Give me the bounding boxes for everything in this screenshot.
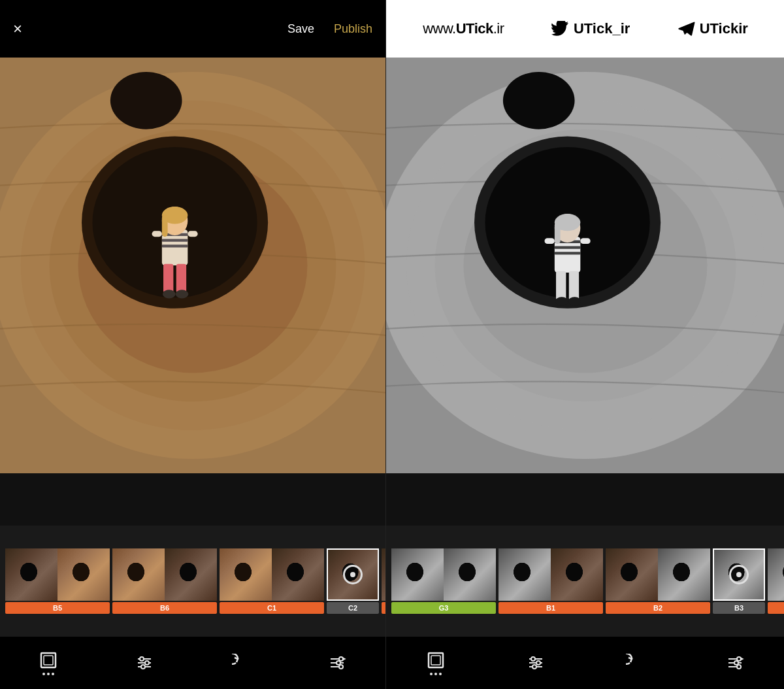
bottom-dark-spacer — [0, 473, 385, 526]
frame-dots — [42, 673, 54, 675]
watermark-telegram: UTickir — [678, 20, 748, 37]
twitter-handle: UTick_ir — [574, 20, 630, 37]
publish-button[interactable]: Publish — [334, 22, 372, 36]
filter-item-c2[interactable]: C2 — [327, 548, 379, 614]
filter-label-b5: B5 — [5, 602, 110, 614]
svg-point-64 — [532, 665, 536, 669]
bottom-toolbar-left — [0, 637, 385, 689]
filter-item-b6[interactable]: B6 — [112, 548, 217, 614]
history-icon[interactable] — [232, 654, 250, 672]
filter-label-c3: C3 — [382, 602, 385, 614]
svg-point-60 — [531, 657, 535, 661]
filter-thumb-b2 — [606, 548, 710, 601]
svg-rect-46 — [555, 246, 580, 248]
main-image-bw — [386, 58, 784, 473]
close-button[interactable]: × — [13, 21, 22, 37]
frame-dots-right — [430, 673, 442, 675]
main-image-color — [0, 58, 385, 473]
filter-selected-icon-bw — [729, 565, 749, 584]
filter-label-c2: C2 — [327, 602, 379, 614]
watermark-bar: www.UTick.ir UTick_ir UTickir — [386, 0, 784, 58]
filter-item-c1[interactable]: C1 — [220, 548, 324, 614]
svg-point-29 — [141, 665, 145, 669]
filter-thumb-b4 — [768, 548, 784, 601]
svg-rect-21 — [0, 58, 385, 473]
bottom-dark-spacer-right — [386, 473, 784, 526]
filter-thumb-c1 — [220, 548, 324, 601]
svg-point-35 — [339, 665, 343, 669]
svg-rect-54 — [580, 238, 590, 244]
filter-thumb-c3 — [382, 548, 385, 601]
svg-point-69 — [734, 661, 738, 665]
filter-item-b2[interactable]: B2 — [606, 548, 710, 614]
filter-label-b4: B4 — [768, 602, 784, 614]
watermark-site: www.UTick.ir — [423, 20, 504, 37]
svg-rect-53 — [544, 238, 554, 244]
svg-point-56 — [568, 297, 581, 305]
history-icon-right[interactable] — [626, 654, 644, 672]
filter-strip-right: G3 B1 B2 B3 — [386, 526, 784, 637]
telegram-handle: UTickir — [700, 20, 748, 37]
filter-selected-icon — [343, 565, 363, 584]
svg-rect-23 — [44, 656, 53, 665]
svg-point-27 — [145, 661, 149, 665]
left-panel: × Save Publish — [0, 0, 385, 689]
top-bar: × Save Publish — [0, 0, 385, 58]
filter-label-b2: B2 — [606, 602, 710, 614]
svg-point-70 — [737, 665, 741, 669]
filter-thumb-g3 — [391, 548, 496, 601]
presets-icon-right[interactable] — [726, 654, 744, 672]
filter-thumb-b5 — [5, 548, 110, 601]
frame-icon[interactable] — [39, 651, 57, 675]
watermark-twitter: UTick_ir — [551, 20, 630, 37]
svg-rect-47 — [555, 252, 580, 254]
sliders-icon[interactable] — [135, 654, 154, 672]
filter-label-b1: B1 — [498, 602, 603, 614]
filter-item-c3[interactable]: C3 — [382, 548, 385, 614]
svg-rect-49 — [569, 271, 579, 300]
frame-icon-right[interactable] — [427, 651, 445, 675]
right-panel: www.UTick.ir UTick_ir UTickir — [386, 0, 784, 689]
svg-rect-52 — [555, 222, 561, 244]
svg-point-25 — [140, 657, 144, 661]
filter-item-b1[interactable]: B1 — [498, 548, 603, 614]
top-bar-actions: Save Publish — [287, 22, 372, 36]
svg-rect-58 — [431, 656, 440, 665]
svg-point-43 — [503, 72, 575, 129]
svg-rect-48 — [556, 271, 566, 300]
bottom-toolbar-right — [386, 637, 784, 689]
svg-point-62 — [536, 661, 540, 665]
sliders-icon-right[interactable] — [527, 654, 545, 672]
filter-strip-left: B5 B6 C1 C2 — [0, 526, 385, 637]
filter-item-b4[interactable]: B4 — [768, 548, 784, 614]
filter-thumb-b1 — [498, 548, 603, 601]
filter-thumb-b3 — [713, 548, 765, 601]
save-button[interactable]: Save — [287, 22, 314, 36]
filter-label-g3: G3 — [391, 602, 496, 614]
svg-point-34 — [336, 661, 340, 665]
svg-point-55 — [555, 297, 568, 305]
filter-item-g3[interactable]: G3 — [391, 548, 496, 614]
filter-item-b5[interactable]: B5 — [5, 548, 110, 614]
filter-thumb-b6 — [112, 548, 217, 601]
filter-item-b3[interactable]: B3 — [713, 548, 765, 614]
filter-label-b6: B6 — [112, 602, 217, 614]
filter-label-c1: C1 — [220, 602, 324, 614]
presets-icon[interactable] — [328, 654, 346, 672]
filter-thumb-c2 — [327, 548, 379, 601]
filter-label-b3: B3 — [713, 602, 765, 614]
